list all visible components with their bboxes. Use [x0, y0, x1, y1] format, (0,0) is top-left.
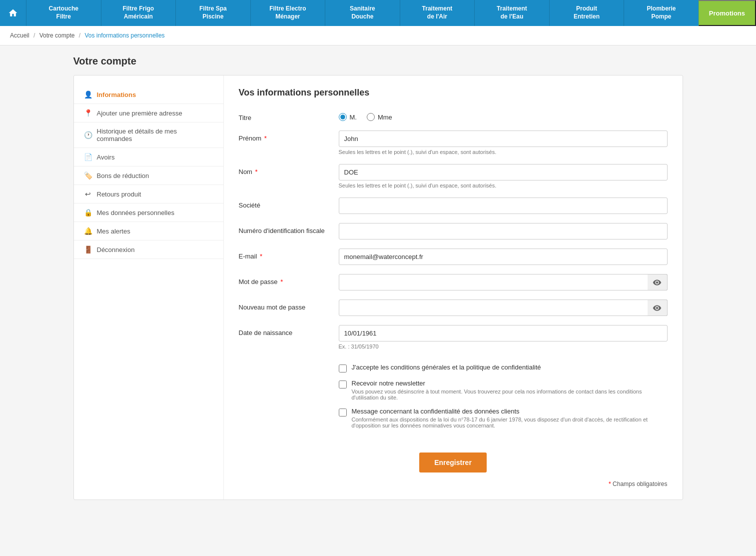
- email-field: [339, 248, 668, 265]
- sidebar-item-bons[interactable]: 🏷️ Bons de réduction: [74, 166, 223, 185]
- form-actions: Enregistrer * Champs obligatoires: [239, 438, 668, 488]
- checkbox-conditions-input[interactable]: [339, 364, 347, 372]
- checkbox-field: J'accepte les conditions générales et la…: [339, 358, 668, 428]
- societe-input[interactable]: [339, 198, 668, 214]
- form-title: Vos informations personnelles: [239, 88, 668, 98]
- checkbox-conditions: J'accepte les conditions générales et la…: [339, 364, 668, 372]
- fiscal-input[interactable]: [339, 223, 668, 240]
- nav-cartouche-filtre[interactable]: Cartouche Filtre: [26, 0, 101, 26]
- dob-label: Date de naissance: [239, 325, 339, 336]
- main-form-area: Vos informations personnelles Titre M. M…: [224, 76, 683, 500]
- nav-produit-entretien[interactable]: Produit Entretien: [549, 0, 624, 26]
- form-row-checkboxes: J'accepte les conditions générales et la…: [239, 358, 668, 428]
- dob-input[interactable]: [339, 325, 668, 342]
- new-password-input[interactable]: [339, 300, 668, 316]
- sidebar-item-alertes[interactable]: 🔔 Mes alertes: [74, 222, 223, 240]
- checkbox-newsletter-sub: Vous pouvez vous désinscrire à tout mome…: [352, 388, 668, 400]
- titre-mme-radio[interactable]: [367, 113, 375, 121]
- form-row-societe: Société: [239, 198, 668, 214]
- nom-label: Nom *: [239, 164, 339, 176]
- password-field: [339, 274, 668, 290]
- top-navigation: Cartouche Filtre Filtre Frigo Américain …: [0, 0, 756, 26]
- new-password-label: Nouveau mot de passe: [239, 300, 339, 311]
- titre-mme-option[interactable]: Mme: [367, 113, 392, 121]
- breadcrumb: Accueil / Votre compte / Vos information…: [0, 26, 756, 46]
- titre-radio-group: M. Mme: [339, 110, 668, 121]
- breadcrumb-home[interactable]: Accueil: [10, 32, 29, 39]
- fiscal-label: Numéro d'identification fiscale: [239, 223, 339, 234]
- titre-m-option[interactable]: M.: [339, 113, 357, 121]
- dob-field: Ex. : 31/05/1970: [339, 325, 668, 350]
- nav-promotions[interactable]: Promotions: [699, 0, 756, 26]
- titre-field: M. Mme: [339, 110, 668, 121]
- form-row-new-password: Nouveau mot de passe: [239, 300, 668, 316]
- checkbox-privacy-sub: Conformément aux dispositions de la loi …: [352, 416, 668, 428]
- sidebar-item-retours[interactable]: ↩ Retours produit: [74, 185, 223, 204]
- form-row-dob: Date de naissance Ex. : 31/05/1970: [239, 325, 668, 350]
- nav-traitement-air[interactable]: Traitement de l'Air: [400, 0, 475, 26]
- checkbox-privacy-label: Message concernant la confidentialité de…: [352, 408, 668, 415]
- password-wrapper: [339, 274, 668, 290]
- page-title: Votre compte: [73, 56, 683, 67]
- societe-label: Société: [239, 198, 339, 209]
- nom-field: Seules les lettres et le point (.), suiv…: [339, 164, 668, 188]
- sidebar-item-avoirs[interactable]: 📄 Avoirs: [74, 148, 223, 166]
- home-button[interactable]: [0, 0, 26, 26]
- sidebar-item-donnees[interactable]: 🔒 Mes données personnelles: [74, 204, 223, 222]
- new-password-toggle-button[interactable]: [648, 300, 668, 316]
- form-row-email: E-mail *: [239, 248, 668, 265]
- nav-filtre-frigo[interactable]: Filtre Frigo Américain: [101, 0, 176, 26]
- checkbox-newsletter: Recevoir notre newsletter Vous pouvez vo…: [339, 380, 668, 400]
- titre-label: Titre: [239, 110, 339, 122]
- societe-field: [339, 198, 668, 214]
- new-password-wrapper: [339, 300, 668, 316]
- nav-traitement-eau[interactable]: Traitement de l'Eau: [474, 0, 549, 26]
- form-row-titre: Titre M. Mme: [239, 110, 668, 122]
- checkbox-spacer: [239, 358, 339, 362]
- fiscal-field: [339, 223, 668, 240]
- nom-hint: Seules les lettres et le point (.), suiv…: [339, 182, 668, 188]
- nav-sanitaire[interactable]: Sanitaire Douche: [325, 0, 400, 26]
- return-icon: ↩: [84, 190, 92, 198]
- nav-filtre-electro[interactable]: Filtre Electro Ménager: [250, 0, 325, 26]
- checkbox-group: J'accepte les conditions générales et la…: [339, 364, 668, 428]
- password-label: Mot de passe *: [239, 274, 339, 286]
- sidebar-item-adresse[interactable]: 📍 Ajouter une première adresse: [74, 104, 223, 122]
- sidebar-item-informations[interactable]: 👤 Informations: [74, 86, 223, 104]
- nav-filtre-spa[interactable]: Filtre Spa Piscine: [175, 0, 250, 26]
- page-container: Votre compte 👤 Informations 📍 Ajouter un…: [63, 56, 693, 500]
- lock-icon: 🔒: [84, 208, 92, 216]
- password-input[interactable]: [339, 274, 668, 290]
- checkbox-privacy-input[interactable]: [339, 408, 347, 416]
- prenom-field: Seules les lettres et le point (.), suiv…: [339, 130, 668, 155]
- mandatory-note: * Champs obligatoires: [609, 480, 667, 488]
- sidebar: 👤 Informations 📍 Ajouter une première ad…: [74, 76, 224, 500]
- checkbox-privacy: Message concernant la confidentialité de…: [339, 408, 668, 428]
- prenom-hint: Seules les lettres et le point (.), suiv…: [339, 149, 668, 155]
- sidebar-item-deconnexion[interactable]: 🚪 Déconnexion: [74, 240, 223, 259]
- tag-icon: 🏷️: [84, 172, 92, 180]
- checkbox-newsletter-label: Recevoir notre newsletter: [352, 380, 668, 387]
- checkbox-conditions-label: J'accepte les conditions générales et la…: [352, 364, 541, 371]
- form-row-prenom: Prénom * Seules les lettres et le point …: [239, 130, 668, 155]
- save-button[interactable]: Enregistrer: [419, 452, 487, 472]
- titre-m-radio[interactable]: [339, 113, 347, 121]
- nom-input[interactable]: [339, 164, 668, 180]
- location-icon: 📍: [84, 109, 92, 117]
- user-icon: 👤: [84, 90, 92, 98]
- form-row-nom: Nom * Seules les lettres et le point (.)…: [239, 164, 668, 188]
- password-toggle-button[interactable]: [648, 274, 668, 290]
- prenom-input[interactable]: [339, 130, 668, 147]
- breadcrumb-account[interactable]: Votre compte: [39, 32, 75, 39]
- checkbox-newsletter-input[interactable]: [339, 380, 347, 388]
- logout-icon: 🚪: [84, 246, 92, 254]
- new-password-field: [339, 300, 668, 316]
- dob-hint: Ex. : 31/05/1970: [339, 344, 668, 350]
- nav-plomberie-pompe[interactable]: Plomberie Pompe: [624, 0, 699, 26]
- form-row-password: Mot de passe *: [239, 274, 668, 290]
- sidebar-item-historique[interactable]: 🕐 Historique et détails de mes commandes: [74, 122, 223, 148]
- email-input[interactable]: [339, 248, 668, 265]
- breadcrumb-current[interactable]: Vos informations personnelles: [84, 32, 164, 39]
- bell-icon: 🔔: [84, 227, 92, 235]
- email-label: E-mail *: [239, 248, 339, 260]
